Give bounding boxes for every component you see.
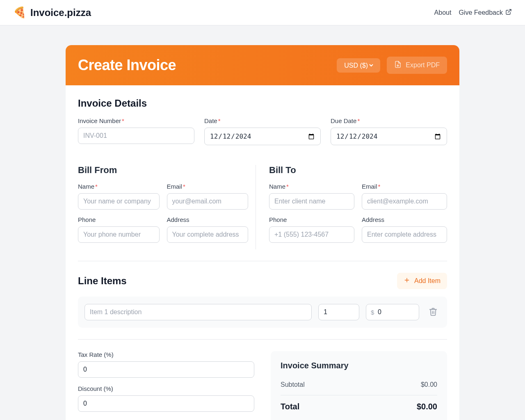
required-asterisk: *	[286, 183, 289, 190]
date-label-text: Date	[204, 117, 217, 124]
required-asterisk: *	[378, 183, 381, 190]
bill-from-address-label: Address	[167, 216, 249, 223]
export-pdf-label: Export PDF	[406, 62, 440, 69]
bill-to-address-input[interactable]	[362, 226, 447, 243]
details-row: Invoice Number* Date* Due Date*	[78, 117, 447, 153]
currency-select-wrap[interactable]: USD ($)	[337, 58, 380, 73]
svg-line-0	[508, 9, 511, 12]
summary-total-value: $0.00	[417, 402, 437, 411]
delete-line-item-button[interactable]	[426, 307, 441, 317]
invoice-number-field: Invoice Number*	[78, 117, 194, 145]
add-item-label: Add Item	[414, 277, 441, 285]
line-item-row: $	[78, 297, 447, 328]
due-date-label: Due Date*	[331, 117, 447, 124]
file-export-icon	[394, 61, 402, 70]
date-input[interactable]	[204, 128, 321, 145]
bill-from-phone-label: Phone	[78, 216, 160, 223]
currency-select[interactable]: USD ($)	[342, 62, 374, 69]
top-nav: About Give Feedback	[434, 9, 512, 17]
line-items-header: Line Items Add Item	[78, 273, 447, 289]
line-item-price-wrap: $	[366, 304, 419, 320]
summary-subtotal-label: Subtotal	[281, 381, 305, 388]
card-header: Create Invoice USD ($) Export PDF	[66, 45, 459, 85]
bill-from-name-label: Name*	[78, 183, 160, 190]
bill-to-phone-label: Phone	[269, 216, 354, 223]
brand-name: Invoice.pizza	[30, 7, 91, 18]
invoice-card: Create Invoice USD ($) Export PDF Invoic…	[66, 45, 459, 420]
summary-total-row: Total $0.00	[281, 395, 437, 415]
plus-icon	[404, 277, 410, 285]
pizza-icon: 🍕	[13, 6, 26, 19]
bill-from-email-label: Email*	[167, 183, 249, 190]
invoice-number-input[interactable]	[78, 128, 194, 144]
label-text: Name	[78, 183, 94, 190]
page-title: Create Invoice	[78, 57, 176, 74]
bill-to-name-label: Name*	[269, 183, 354, 190]
summary-total-label: Total	[281, 402, 299, 411]
external-link-icon	[505, 9, 512, 17]
divider	[78, 339, 447, 340]
bill-to-phone-input[interactable]	[269, 226, 354, 243]
tax-rate-input[interactable]	[78, 361, 254, 378]
due-date-input[interactable]	[331, 128, 447, 145]
required-asterisk: *	[357, 117, 360, 124]
label-text: Email	[167, 183, 183, 190]
bill-from-phone-input[interactable]	[78, 226, 160, 243]
tax-rate-label: Tax Rate (%)	[78, 351, 254, 358]
header-actions: USD ($) Export PDF	[337, 57, 447, 74]
bill-from-title: Bill From	[78, 165, 248, 176]
required-asterisk: *	[183, 183, 185, 190]
bill-from-col: Bill From Name* Email*	[78, 165, 256, 249]
nav-give-feedback[interactable]: Give Feedback	[459, 9, 512, 17]
bill-from-email-input[interactable]	[167, 193, 249, 210]
section-title-line-items: Line Items	[78, 275, 127, 287]
bill-to-name-input[interactable]	[269, 193, 354, 210]
bill-from-name-input[interactable]	[78, 193, 160, 210]
add-item-button[interactable]: Add Item	[397, 273, 447, 289]
line-item-description-input[interactable]	[84, 304, 312, 320]
adjustments-col: Tax Rate (%) Discount (%) Notes	[78, 351, 254, 420]
card-body: Invoice Details Invoice Number* Date* Du…	[66, 85, 459, 420]
invoice-number-label: Invoice Number*	[78, 117, 194, 124]
bill-grid: Bill From Name* Email*	[78, 165, 447, 249]
line-item-qty-input[interactable]	[318, 304, 359, 320]
summary-title: Invoice Summary	[281, 361, 437, 370]
date-field: Date*	[204, 117, 321, 145]
currency-symbol: $	[371, 309, 374, 316]
trash-icon	[429, 307, 438, 317]
required-asterisk: *	[95, 183, 98, 190]
due-date-field: Due Date*	[331, 117, 447, 145]
section-title-details: Invoice Details	[78, 98, 447, 109]
bill-to-email-label: Email*	[362, 183, 447, 190]
required-asterisk: *	[218, 117, 221, 124]
topbar: 🍕 Invoice.pizza About Give Feedback	[0, 0, 525, 25]
invoice-number-label-text: Invoice Number	[78, 117, 121, 124]
discount-label: Discount (%)	[78, 385, 254, 392]
bill-to-address-label: Address	[362, 216, 447, 223]
date-label: Date*	[204, 117, 321, 124]
summary-subtotal-value: $0.00	[421, 381, 437, 388]
nav-feedback-label: Give Feedback	[459, 9, 503, 16]
divider	[78, 261, 447, 261]
required-asterisk: *	[122, 117, 124, 124]
summary-subtotal-row: Subtotal $0.00	[281, 378, 437, 392]
bill-to-email-input[interactable]	[362, 193, 447, 210]
bill-from-address-input[interactable]	[167, 226, 249, 243]
discount-input[interactable]	[78, 395, 254, 412]
nav-about[interactable]: About	[434, 9, 452, 16]
export-pdf-button[interactable]: Export PDF	[387, 57, 447, 74]
brand[interactable]: 🍕 Invoice.pizza	[13, 6, 91, 19]
label-text: Name	[269, 183, 285, 190]
bill-to-title: Bill To	[269, 165, 447, 176]
invoice-summary: Invoice Summary Subtotal $0.00 Total $0.…	[271, 351, 447, 420]
bottom-grid: Tax Rate (%) Discount (%) Notes Invoice …	[78, 351, 447, 420]
due-date-label-text: Due Date	[331, 117, 356, 124]
bill-to-col: Bill To Name* Email*	[269, 165, 447, 249]
label-text: Email	[362, 183, 377, 190]
